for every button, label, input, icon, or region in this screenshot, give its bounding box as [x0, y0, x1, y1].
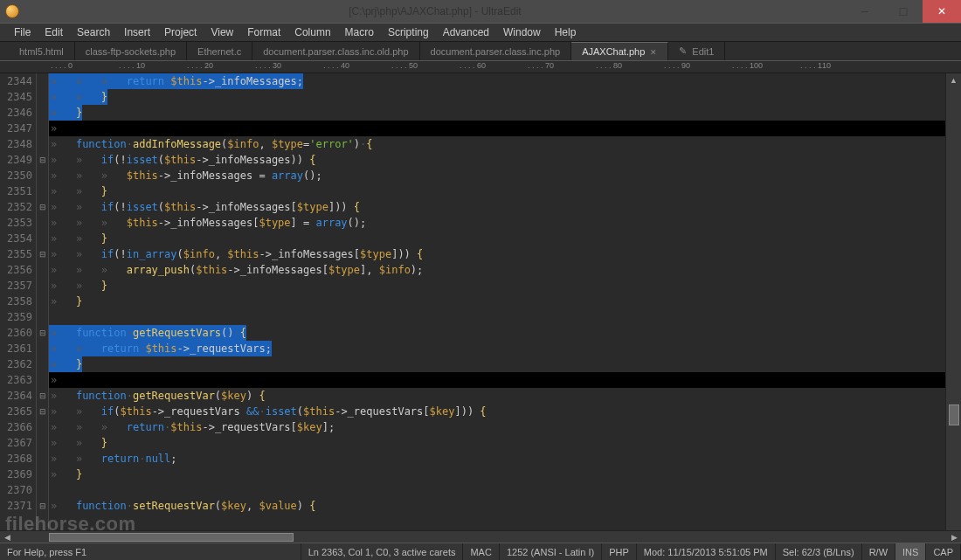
- line-number[interactable]: 2364: [0, 388, 32, 404]
- line-number[interactable]: 2356: [0, 262, 32, 278]
- status-insertmode[interactable]: INS: [895, 543, 926, 560]
- line-number[interactable]: 2359: [0, 309, 32, 325]
- fold-gutter[interactable]: [37, 73, 49, 530]
- code-line[interactable]: » » }: [49, 278, 945, 294]
- code-line[interactable]: » function·getRequestVar($key) {: [49, 388, 945, 404]
- line-number[interactable]: 2371: [0, 498, 32, 514]
- line-number[interactable]: 2349: [0, 152, 32, 168]
- tab-edit1[interactable]: ✎Edit1: [668, 42, 725, 60]
- fold-toggle-icon[interactable]: [37, 325, 48, 341]
- line-number-gutter[interactable]: 2344234523462347234823492350235123522353…: [0, 73, 37, 530]
- line-number[interactable]: 2347: [0, 121, 32, 136]
- code-line[interactable]: » » if(!isset($this->_infoMessages[$type…: [49, 199, 945, 215]
- vertical-scrollbar[interactable]: ▲: [945, 73, 961, 530]
- code-line[interactable]: » » }: [49, 89, 945, 105]
- hscroll-thumb[interactable]: [49, 533, 294, 542]
- tab-document-parser-class-inc-old-php[interactable]: document.parser.class.inc.old.php: [252, 42, 419, 60]
- line-number[interactable]: 2366: [0, 419, 32, 435]
- line-number[interactable]: 2362: [0, 356, 32, 372]
- line-number[interactable]: 2370: [0, 482, 32, 498]
- maximize-button[interactable]: [884, 0, 923, 23]
- code-line[interactable]: » » return·null;: [49, 451, 945, 467]
- menu-macro[interactable]: Macro: [338, 24, 381, 41]
- tab-html5-html[interactable]: html5.html: [9, 42, 75, 60]
- line-number[interactable]: 2345: [0, 89, 32, 105]
- close-button[interactable]: [923, 0, 961, 23]
- menu-scripting[interactable]: Scripting: [381, 24, 436, 41]
- code-line[interactable]: » » if(!in_array($info, $this->_infoMess…: [49, 246, 945, 262]
- status-language[interactable]: PHP: [602, 543, 637, 560]
- menu-edit[interactable]: Edit: [38, 24, 70, 41]
- line-number[interactable]: 2368: [0, 451, 32, 467]
- line-number[interactable]: 2351: [0, 183, 32, 199]
- code-line[interactable]: » function·getRequestVars()·{: [49, 325, 945, 341]
- code-line[interactable]: » » » return·$this->_requestVars[$key];: [49, 419, 945, 435]
- fold-toggle-icon[interactable]: [37, 498, 48, 514]
- status-readwrite[interactable]: R/W: [862, 543, 895, 560]
- code-line[interactable]: » » » $this->_infoMessages = array();: [49, 168, 945, 183]
- line-number[interactable]: 2357: [0, 278, 32, 294]
- code-line[interactable]: » }: [49, 467, 945, 482]
- status-lineending[interactable]: MAC: [463, 543, 499, 560]
- menu-advanced[interactable]: Advanced: [436, 24, 496, 41]
- line-number[interactable]: 2369: [0, 467, 32, 482]
- menu-insert[interactable]: Insert: [117, 24, 157, 41]
- code-line[interactable]: »: [49, 121, 945, 136]
- hscroll-track[interactable]: [14, 531, 947, 543]
- line-number[interactable]: 2344: [0, 73, 32, 89]
- tab-ajaxchat-php[interactable]: AJAXChat.php: [571, 42, 668, 60]
- menu-column[interactable]: Column: [287, 24, 337, 41]
- code-line[interactable]: » }: [49, 294, 945, 309]
- line-number[interactable]: 2352: [0, 199, 32, 215]
- line-number[interactable]: 2365: [0, 404, 32, 419]
- line-number[interactable]: 2358: [0, 294, 32, 309]
- minimize-button[interactable]: [846, 0, 884, 23]
- code-line[interactable]: [49, 482, 945, 498]
- line-number[interactable]: 2346: [0, 105, 32, 121]
- menu-file[interactable]: File: [7, 24, 38, 41]
- line-number[interactable]: 2354: [0, 231, 32, 246]
- fold-toggle-icon[interactable]: [37, 152, 48, 168]
- status-encoding[interactable]: 1252 (ANSI - Latin I): [500, 543, 602, 560]
- line-number[interactable]: 2361: [0, 341, 32, 356]
- scroll-right-icon[interactable]: ▶: [947, 533, 961, 542]
- code-line[interactable]: » function·setRequestVar($key, $value) {: [49, 498, 945, 514]
- vscroll-thumb[interactable]: [949, 404, 959, 425]
- code-line[interactable]: » }: [49, 105, 945, 121]
- code-line[interactable]: » function·addInfoMessage($info, $type='…: [49, 136, 945, 152]
- horizontal-scrollbar[interactable]: ◀ ▶: [0, 530, 961, 543]
- fold-toggle-icon[interactable]: [37, 246, 48, 262]
- code-line[interactable]: » » if($this->_requestVars &&·isset($thi…: [49, 404, 945, 419]
- line-number[interactable]: 2353: [0, 215, 32, 231]
- fold-toggle-icon[interactable]: [37, 404, 48, 419]
- code-line[interactable]: » » » $this->_infoMessages[$type] = arra…: [49, 215, 945, 231]
- line-number[interactable]: 2367: [0, 435, 32, 451]
- menu-view[interactable]: View: [204, 24, 240, 41]
- fold-toggle-icon[interactable]: [37, 388, 48, 404]
- menu-window[interactable]: Window: [496, 24, 548, 41]
- code-line[interactable]: » » }: [49, 231, 945, 246]
- code-line[interactable]: »: [49, 372, 945, 388]
- code-line[interactable]: » » }: [49, 183, 945, 199]
- code-line[interactable]: » » » array_push($this->_infoMessages[$t…: [49, 262, 945, 278]
- menu-search[interactable]: Search: [70, 24, 117, 41]
- tab-class-ftp-sockets-php[interactable]: class-ftp-sockets.php: [75, 42, 187, 60]
- menu-help[interactable]: Help: [548, 24, 584, 41]
- scroll-left-icon[interactable]: ◀: [0, 533, 14, 542]
- scroll-up-icon[interactable]: ▲: [946, 73, 961, 87]
- code-line[interactable]: [49, 309, 945, 325]
- tab-document-parser-class-inc-php[interactable]: document.parser.class.inc.php: [420, 42, 572, 60]
- line-number[interactable]: 2363: [0, 372, 32, 388]
- menu-format[interactable]: Format: [240, 24, 287, 41]
- line-number[interactable]: 2350: [0, 168, 32, 183]
- fold-toggle-icon[interactable]: [37, 199, 48, 215]
- code-line[interactable]: » }: [49, 356, 945, 372]
- close-tab-icon[interactable]: [650, 47, 657, 57]
- menu-project[interactable]: Project: [157, 24, 204, 41]
- line-number[interactable]: 2348: [0, 136, 32, 152]
- code-line[interactable]: » » return·$this->_requestVars;: [49, 341, 945, 356]
- code-line[interactable]: » » » return·$this->_infoMessages;: [49, 73, 945, 89]
- code-line[interactable]: » » if(!isset($this->_infoMessages)) {: [49, 152, 945, 168]
- line-number[interactable]: 2360: [0, 325, 32, 341]
- code-area[interactable]: » » » return·$this->_infoMessages;» » }»…: [49, 73, 945, 530]
